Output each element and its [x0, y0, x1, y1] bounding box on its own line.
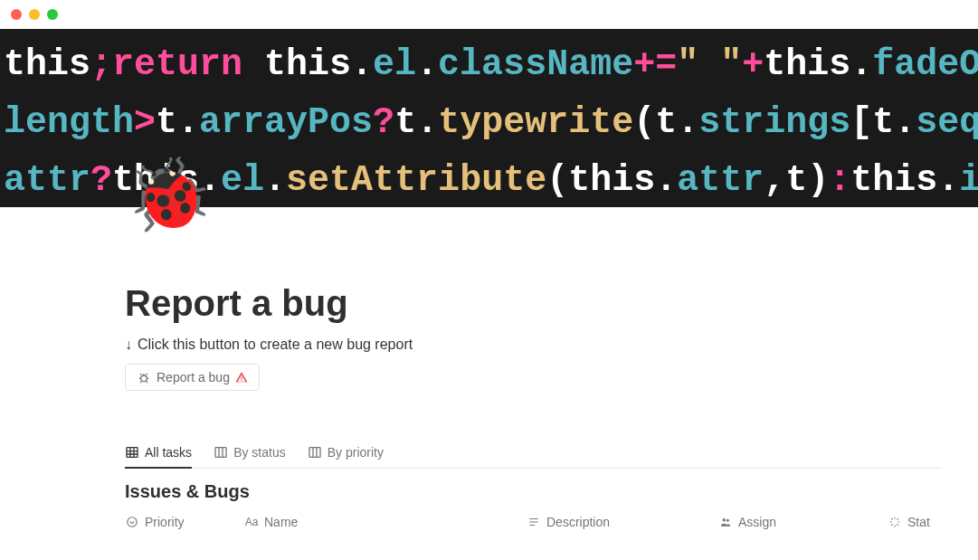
column-name[interactable]: Aa Name: [244, 515, 498, 529]
report-button-label: Report a bug: [157, 370, 230, 384]
select-icon: [125, 515, 139, 529]
status-icon: [888, 515, 902, 529]
table-icon: [125, 445, 139, 460]
svg-rect-1: [127, 448, 138, 458]
svg-rect-2: [215, 448, 226, 458]
page-icon[interactable]: 🐞: [125, 159, 213, 230]
bug-icon: [137, 370, 151, 384]
minimize-window-button[interactable]: [29, 9, 40, 20]
page-content: Report a bug ↓ Click this button to crea…: [0, 207, 978, 529]
tab-label: By status: [233, 445, 286, 460]
tab-by-priority[interactable]: By priority: [308, 445, 384, 469]
svg-point-0: [141, 375, 147, 382]
svg-rect-3: [309, 448, 320, 458]
column-assign[interactable]: Assign: [718, 515, 854, 529]
tab-all-tasks[interactable]: All tasks: [125, 445, 192, 469]
text-lines-icon: [527, 515, 541, 529]
column-label: Assign: [738, 515, 776, 529]
view-tabs: All tasks By status By priority: [125, 445, 942, 469]
section-title[interactable]: Issues & Bugs: [125, 481, 942, 502]
column-priority[interactable]: Priority: [125, 515, 215, 529]
page-title[interactable]: Report a bug: [125, 283, 942, 324]
arrow-down-icon: ↓: [125, 337, 132, 353]
table-header-row: Priority Aa Name Description Assign: [125, 515, 942, 529]
tab-label: By priority: [328, 445, 384, 460]
column-label: Description: [546, 515, 610, 529]
svg-point-4: [128, 517, 138, 527]
maximize-window-button[interactable]: [47, 9, 58, 20]
column-status[interactable]: Stat: [888, 515, 942, 529]
column-label: Priority: [145, 515, 185, 529]
window-titlebar: [0, 0, 978, 29]
close-window-button[interactable]: [11, 9, 22, 20]
report-bug-button[interactable]: Report a bug: [125, 364, 260, 391]
hint-label: Click this button to create a new bug re…: [138, 337, 413, 353]
people-icon: [718, 515, 733, 529]
svg-point-6: [726, 519, 729, 522]
column-description[interactable]: Description: [527, 515, 689, 529]
text-icon: Aa: [244, 515, 259, 529]
column-label: Name: [264, 515, 298, 529]
svg-point-5: [723, 518, 726, 522]
column-label: Stat: [907, 515, 930, 529]
tab-label: All tasks: [145, 445, 192, 460]
board-icon: [214, 445, 228, 460]
board-icon: [308, 445, 322, 460]
tab-by-status[interactable]: By status: [214, 445, 286, 469]
hint-text: ↓ Click this button to create a new bug …: [125, 337, 942, 353]
warning-icon: [235, 371, 248, 384]
